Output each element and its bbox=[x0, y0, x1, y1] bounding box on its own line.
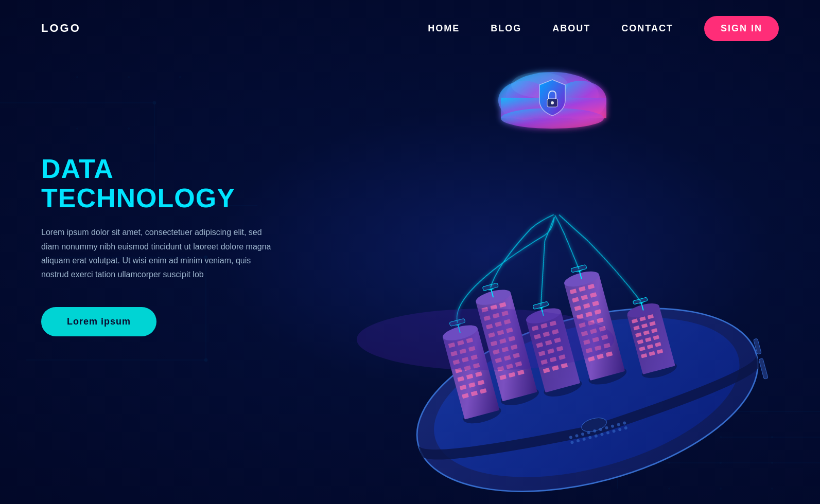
cta-button[interactable]: Lorem ipsum bbox=[41, 307, 156, 336]
svg-point-13 bbox=[204, 358, 207, 362]
navigation: LOGO HOME BLOG ABOUT CONTACT SIGN IN bbox=[0, 0, 820, 57]
nav-about[interactable]: ABOUT bbox=[552, 23, 590, 34]
hero-section: DATA TECHNOLOGY Lorem ipsum dolor sit am… bbox=[41, 154, 278, 336]
logo[interactable]: LOGO bbox=[41, 22, 81, 35]
svg-point-19 bbox=[128, 128, 130, 130]
hero-title: DATA TECHNOLOGY bbox=[41, 154, 278, 213]
svg-point-18 bbox=[76, 128, 78, 130]
svg-point-16 bbox=[128, 76, 130, 78]
nav-home[interactable]: HOME bbox=[428, 23, 460, 34]
nav-blog[interactable]: BLOG bbox=[491, 23, 521, 34]
svg-rect-34 bbox=[759, 358, 768, 380]
svg-point-204 bbox=[357, 309, 614, 370]
svg-point-15 bbox=[76, 76, 78, 78]
nav-links: HOME BLOG ABOUT CONTACT SIGN IN bbox=[428, 16, 779, 41]
signin-button[interactable]: SIGN IN bbox=[704, 16, 779, 41]
svg-point-203 bbox=[551, 101, 554, 104]
svg-point-10 bbox=[153, 101, 156, 104]
nav-contact[interactable]: CONTACT bbox=[621, 23, 673, 34]
hero-description: Lorem ipsum dolor sit amet, consectetuer… bbox=[41, 225, 278, 281]
svg-point-17 bbox=[179, 76, 181, 78]
hero-illustration bbox=[331, 41, 820, 494]
illustration-svg bbox=[331, 41, 820, 494]
